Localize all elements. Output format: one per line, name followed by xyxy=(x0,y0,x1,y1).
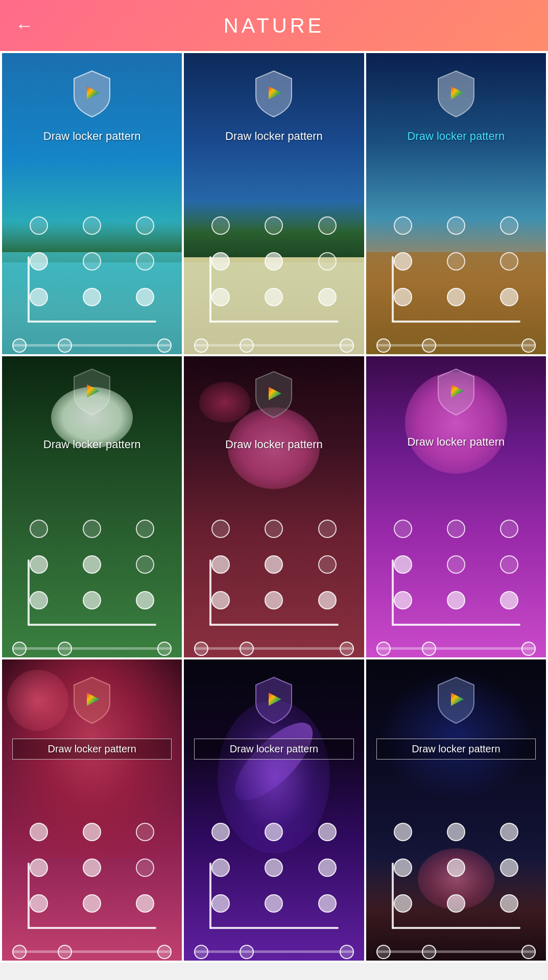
app-header: ← NATURE xyxy=(0,0,548,51)
card-4[interactable]: Draw locker pattern xyxy=(2,356,182,657)
shield-icon-8 xyxy=(251,675,297,726)
card-1[interactable]: Draw locker pattern xyxy=(2,53,182,354)
card-6[interactable]: Draw locker pattern xyxy=(366,356,546,657)
shield-icon-2 xyxy=(251,68,297,119)
card-9[interactable]: Draw locker pattern xyxy=(366,659,546,961)
wallpaper-grid: Draw locker pattern xyxy=(0,51,548,963)
card-8[interactable]: Draw locker pattern xyxy=(184,659,364,961)
locker-text-5: Draw locker pattern xyxy=(184,438,364,451)
shield-icon-5 xyxy=(251,369,297,420)
locker-text-4: Draw locker pattern xyxy=(2,438,182,451)
pattern-overlay-6 xyxy=(366,514,546,657)
pattern-overlay-7 xyxy=(2,818,182,961)
pattern-overlay-1 xyxy=(2,211,182,354)
locker-text-9: Draw locker pattern xyxy=(376,739,536,760)
shield-icon-6 xyxy=(433,366,479,418)
shield-icon-3 xyxy=(433,68,479,119)
locker-text-2: Draw locker pattern xyxy=(184,130,364,143)
shield-icon-7 xyxy=(69,675,115,726)
card-5[interactable]: Draw locker pattern xyxy=(184,356,364,657)
shield-icon-9 xyxy=(433,675,479,726)
shield-icon-1 xyxy=(69,68,115,119)
card-7[interactable]: Draw locker pattern xyxy=(2,659,182,961)
pattern-overlay-4 xyxy=(2,514,182,657)
locker-text-1: Draw locker pattern xyxy=(2,130,182,143)
card-2[interactable]: Draw locker pattern xyxy=(184,53,364,354)
locker-text-6: Draw locker pattern xyxy=(366,435,546,449)
pattern-overlay-9 xyxy=(366,818,546,961)
locker-text-7: Draw locker pattern xyxy=(12,739,172,760)
shield-icon-4 xyxy=(69,366,115,418)
locker-text-8: Draw locker pattern xyxy=(194,739,353,760)
back-button[interactable]: ← xyxy=(15,15,34,36)
locker-text-3: Draw locker pattern xyxy=(366,130,546,143)
page-title: NATURE xyxy=(224,14,324,37)
pattern-overlay-8 xyxy=(184,818,364,961)
card-3[interactable]: Draw locker pattern xyxy=(366,53,546,354)
pattern-overlay-3 xyxy=(366,211,546,354)
pattern-overlay-2 xyxy=(184,211,364,354)
pattern-overlay-5 xyxy=(184,514,364,657)
